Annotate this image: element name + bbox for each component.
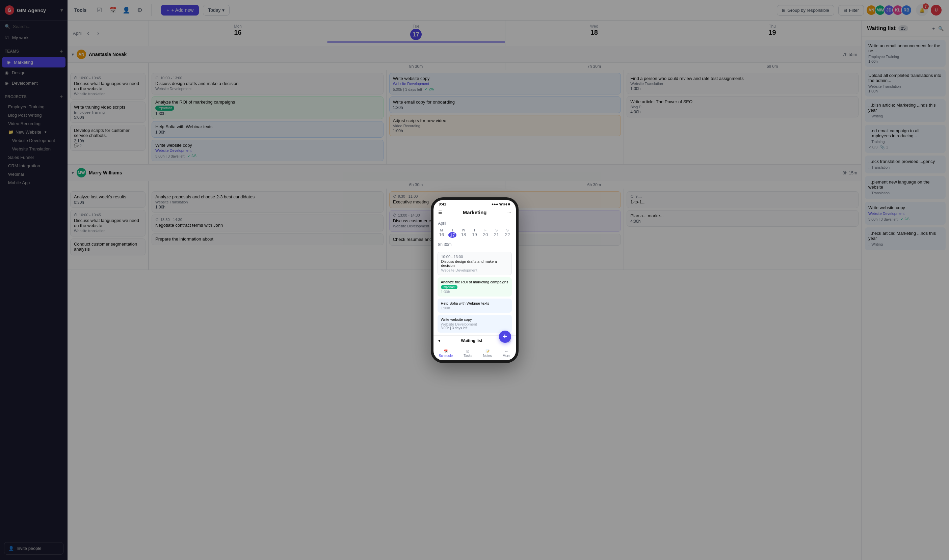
phone-task-card[interactable]: Analyze the ROI of marketing campaigns i… [438,277,512,297]
phone-day-sun[interactable]: S22 [503,228,512,238]
phone-tasks: 10:00 - 13:00 Discuss design drafts and … [434,249,516,335]
mobile-phone: 9:41 ●●● WiFi ■ ☰ Marketing ··· April M1… [431,197,518,363]
phone-task-title: Write website copy [441,317,508,322]
day-label: W [462,228,465,232]
day-label: S [506,228,509,232]
tasks-label: Tasks [463,354,472,358]
phone-task-title: Analyze the ROI of marketing campaigns [441,280,508,284]
day-num: 22 [505,232,510,237]
phone-nav-more[interactable]: ··· More [503,349,511,358]
day-label: M [440,228,443,232]
phone-day-fri[interactable]: F20 [481,228,490,238]
phone-waiting-label: Waiting list [461,338,483,343]
day-label: F [485,228,486,232]
day-label: T [451,228,454,232]
phone-task-duration: 1:00h [441,306,508,310]
phone-bottom-nav: 📅 Schedule ☑ Tasks 📝 Notes ··· More [434,346,516,360]
phone-task-title: Discuss design drafts and make a decisio… [441,259,508,268]
day-label: T [473,228,475,232]
phone-nav-bar: ☰ Marketing ··· [434,207,516,218]
phone-day-thu[interactable]: T19 [470,228,479,238]
phone-task-card[interactable]: Write website copy Website Development 3… [438,315,512,332]
tasks-icon: ☑ [466,349,469,353]
phone-month: April [438,221,446,226]
day-num-today: 17 [448,232,457,238]
phone-task-card[interactable]: 10:00 - 13:00 Discuss design drafts and … [438,252,512,275]
phone-task-card[interactable]: Help Sofia with Webinar texts 1:00h [438,298,512,313]
day-num: 16 [439,232,444,237]
phone-signal: ●●● WiFi ■ [492,202,511,206]
phone-hours-label: 8h 30m [434,240,516,249]
phone-nav-notes[interactable]: 📝 Notes [483,349,492,358]
phone-day-wed[interactable]: W18 [459,228,468,238]
day-num: 18 [461,232,466,237]
phone-time: 9:41 [439,202,446,206]
day-num: 20 [483,232,488,237]
more-icon: ··· [505,349,508,353]
phone-day-sat[interactable]: S21 [492,228,502,238]
phone-task-badge: important [441,285,458,289]
phone-nav-schedule[interactable]: 📅 Schedule [438,349,453,358]
phone-day-mon[interactable]: M16 [437,228,446,238]
day-label: S [495,228,498,232]
phone-task-duration: 1:30h [441,290,508,294]
phone-more-icon[interactable]: ··· [508,210,511,215]
phone-waiting-row[interactable]: ▾ Waiting list 25 + [434,335,516,346]
notes-label: Notes [483,354,492,358]
phone-menu-icon[interactable]: ☰ [438,210,442,215]
phone-task-project: Website Development [441,322,508,326]
notes-icon: 📝 [486,349,489,353]
more-label: More [503,354,511,358]
phone-nav-tasks[interactable]: ☑ Tasks [463,349,472,358]
phone-task-meta: 3:00h | 3 days left [441,326,508,330]
phone-days-row: M16 T17 W18 T19 F20 S21 S22 [434,228,516,240]
day-num: 21 [494,232,498,237]
phone-waiting-icon: ▾ [438,338,440,343]
phone-status-bar: 9:41 ●●● WiFi ■ [434,200,516,207]
phone-task-title: Help Sofia with Webinar texts [441,301,508,305]
phone-day-tue[interactable]: T17 [447,228,457,238]
schedule-label: Schedule [438,354,453,358]
phone-fab-button[interactable]: + [499,331,511,343]
phone-task-project: Website Development [441,268,508,272]
phone-title: Marketing [463,209,487,215]
day-num: 19 [472,232,477,237]
phone-task-time: 10:00 - 13:00 [441,255,508,259]
schedule-icon: 📅 [444,349,447,353]
mobile-overlay: 9:41 ●●● WiFi ■ ☰ Marketing ··· April M1… [0,0,949,560]
phone-calendar-header: April [434,218,516,228]
